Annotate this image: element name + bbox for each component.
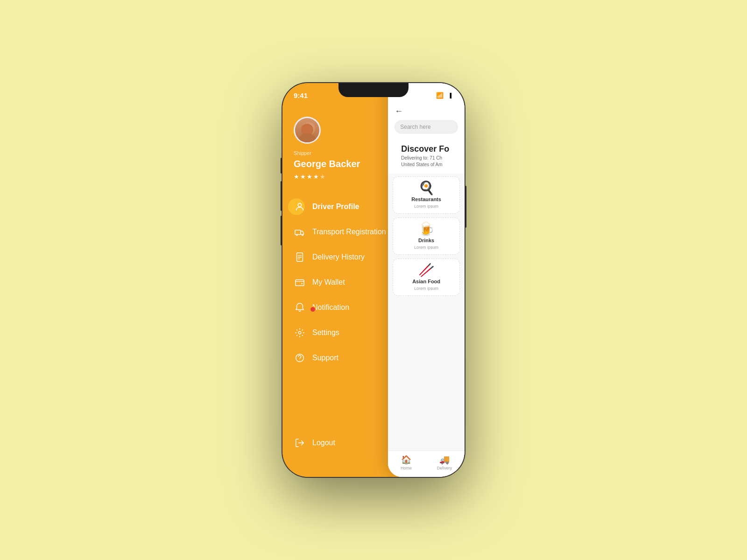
category-drinks-sub: Lorem ipsum: [414, 245, 438, 250]
close-x-icon: ✕: [426, 109, 433, 119]
status-icons: 📶 ▐: [423, 88, 453, 99]
svg-point-3: [298, 203, 301, 207]
discover-title: Discover Fo: [395, 141, 458, 155]
category-card-restaurants[interactable]: 🍳 Restaurants Lorem ipsum: [393, 176, 460, 214]
discover-section: Discover Fo Delivering to: 71 Ch United …: [388, 141, 465, 174]
food-panel-inner: ← Search here Discover Fo Delivering to:…: [388, 83, 465, 477]
delivering-text: Delivering to: 71 Ch: [401, 155, 442, 161]
food-panel: ← Search here Discover Fo Delivering to:…: [388, 83, 465, 477]
user-rating: ★ ★ ★ ★ ★: [294, 173, 402, 180]
home-label: Home: [401, 466, 412, 470]
category-restaurants-sub: Lorem ipsum: [414, 204, 438, 209]
sidebar-item-settings-label: Settings: [312, 329, 339, 337]
home-icon: 🏠: [401, 455, 411, 465]
category-card-asian-food[interactable]: 🥢 Asian Food Lorem ipsum: [393, 259, 460, 296]
truck-icon: [294, 226, 306, 238]
bell-icon: [294, 301, 306, 314]
notification-badge: [310, 306, 316, 313]
notch: [338, 83, 409, 97]
category-asian-food-name: Asian Food: [412, 279, 440, 284]
bottom-nav-home[interactable]: 🏠 Home: [401, 455, 412, 470]
sidebar-item-my-wallet-label: My Wallet: [312, 278, 345, 287]
star-4: ★: [313, 173, 319, 180]
signal-icon: [423, 92, 433, 98]
svg-rect-11: [296, 280, 304, 286]
svg-point-15: [299, 360, 300, 360]
food-bottom-nav: 🏠 Home 🚚 Delivery: [388, 450, 465, 477]
restaurants-icon: 🍳: [418, 182, 435, 195]
star-5: ★: [320, 173, 325, 180]
delivering-to: Delivering to: 71 Ch United States of Am: [395, 155, 458, 172]
country-text: United States of Am: [401, 162, 442, 167]
delivery-icon: 🚚: [439, 455, 450, 465]
category-asian-food-sub: Lorem ipsum: [414, 286, 438, 291]
drinks-icon: 🍺: [418, 223, 435, 236]
sidebar-item-notification-label: Notification: [312, 303, 349, 312]
phone-frame: 9:41 📶 ▐: [282, 83, 465, 477]
sidebar-item-delivery-history-label: Delivery History: [312, 253, 365, 261]
phone-wrapper: 9:41 📶 ▐: [282, 83, 465, 477]
sidebar-item-support-label: Support: [312, 354, 338, 362]
sidebar-item-driver-profile-label: Driver Profile: [312, 203, 359, 211]
svg-point-1: [299, 136, 318, 142]
star-3: ★: [307, 173, 312, 180]
category-drinks-name: Drinks: [418, 238, 434, 243]
category-restaurants-name: Restaurants: [411, 196, 441, 202]
logout-label: Logout: [312, 439, 335, 447]
user-name: George Backer: [294, 159, 402, 169]
category-card-drinks[interactable]: 🍺 Drinks Lorem ipsum: [393, 217, 460, 255]
battery-icon: ▐: [446, 92, 453, 98]
logout-button[interactable]: Logout: [294, 437, 402, 449]
wifi-icon: 📶: [436, 92, 444, 99]
svg-point-5: [296, 234, 298, 236]
svg-point-0: [302, 122, 315, 135]
svg-point-13: [298, 331, 301, 334]
search-placeholder: Search here: [400, 124, 430, 130]
delivery-label: Delivery: [437, 466, 452, 470]
headset-icon: [294, 352, 306, 364]
svg-point-12: [301, 283, 303, 284]
asian-food-icon: 🥢: [418, 264, 435, 277]
star-1: ★: [294, 173, 299, 180]
food-categories: 🍳 Restaurants Lorem ipsum 🍺 Drinks Lorem…: [388, 174, 465, 450]
gear-icon: [294, 327, 306, 339]
svg-point-6: [302, 234, 303, 236]
svg-rect-4: [295, 230, 301, 234]
user-icon: [294, 201, 306, 213]
document-icon: [294, 251, 306, 263]
power-button: [465, 186, 466, 228]
close-button[interactable]: ✕ Close: [426, 109, 455, 119]
bottom-nav-delivery[interactable]: 🚚 Delivery: [437, 455, 452, 470]
star-2: ★: [300, 173, 306, 180]
logout-icon: [294, 437, 306, 449]
status-time: 9:41: [294, 88, 308, 99]
close-label: Close: [436, 110, 455, 119]
user-role-label: Shipper: [294, 150, 402, 156]
wallet-icon: [294, 276, 306, 288]
phone-screen: 9:41 📶 ▐: [282, 83, 465, 477]
search-bar[interactable]: Search here: [395, 120, 458, 134]
avatar: [294, 117, 321, 144]
sidebar-item-transport-registration-label: Transport Registration: [312, 228, 386, 236]
svg-point-2: [304, 124, 313, 133]
avatar-image: [295, 118, 319, 142]
